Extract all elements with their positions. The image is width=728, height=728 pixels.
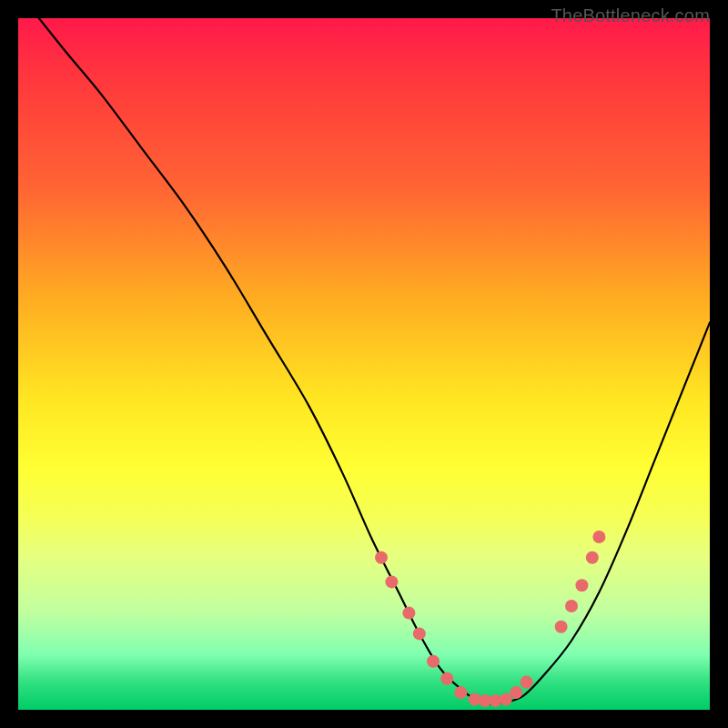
curve-marker <box>510 686 522 699</box>
curve-marker <box>454 686 467 699</box>
curve-marker <box>500 693 512 706</box>
curve-marker <box>385 575 398 588</box>
curve-marker <box>555 621 568 633</box>
curve-marker <box>375 551 388 564</box>
plot-area <box>18 18 710 710</box>
curve-marker <box>440 672 453 685</box>
curve-marker <box>586 551 599 564</box>
curve-marker <box>592 531 605 543</box>
bottleneck-curve <box>39 18 710 704</box>
curve-marker <box>402 607 415 620</box>
curve-marker <box>413 627 426 640</box>
curve-marker <box>565 600 578 612</box>
curve-svg <box>18 18 710 710</box>
chart-container: TheBottleneck.com <box>0 0 728 728</box>
watermark-text: TheBottleneck.com <box>551 5 710 26</box>
curve-marker <box>427 655 440 668</box>
curve-marker <box>521 676 533 689</box>
marker-group <box>375 531 605 707</box>
curve-marker <box>575 579 588 592</box>
